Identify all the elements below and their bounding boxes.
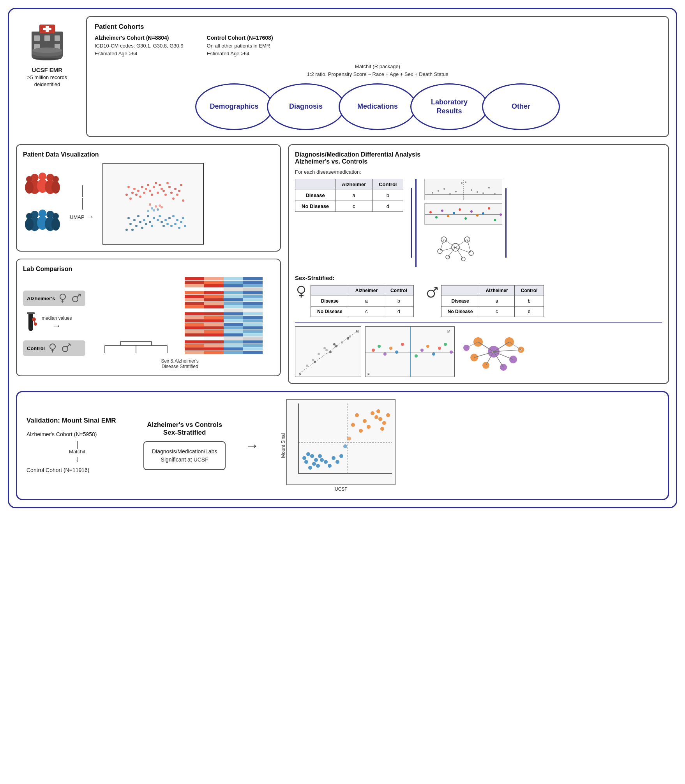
svg-point-24 (51, 181, 60, 194)
svg-point-98 (153, 209, 155, 211)
svg-rect-170 (243, 309, 263, 312)
svg-point-82 (137, 215, 139, 217)
alz-vs-title: Alzheimer's vs ControlsSex-Stratified (143, 421, 226, 437)
svg-point-326 (378, 417, 382, 421)
svg-point-334 (376, 409, 380, 413)
svg-point-230 (482, 192, 484, 194)
svg-point-113 (32, 317, 36, 321)
validation-scatter (286, 399, 395, 485)
svg-rect-2 (44, 35, 50, 41)
svg-point-92 (127, 217, 130, 219)
control-cohort-block: Control Cohort (N=17608) On all other pa… (207, 35, 273, 57)
svg-rect-213 (224, 347, 243, 351)
umap-arrow-section: UMAP → (70, 185, 95, 222)
svg-rect-198 (243, 333, 263, 337)
svg-rect-194 (243, 330, 263, 333)
svg-point-293 (401, 343, 404, 346)
svg-rect-208 (204, 344, 224, 347)
svg-point-44 (143, 192, 145, 194)
svg-rect-204 (204, 340, 224, 344)
table-cell-c: c (335, 201, 373, 212)
table-cell-a: a (335, 190, 373, 201)
x-axis-label: UCSF (286, 486, 395, 492)
svg-point-88 (131, 229, 134, 231)
svg-point-333 (380, 427, 384, 431)
svg-rect-180 (204, 319, 224, 322)
svg-point-43 (159, 184, 161, 186)
svg-rect-177 (224, 316, 243, 319)
svg-point-72 (145, 223, 147, 225)
svg-point-274 (318, 353, 320, 355)
bottom-section: Validation: Mount Sinai EMR Alzheimer's … (16, 391, 669, 500)
svg-point-294 (415, 354, 418, 358)
male-icon-large (425, 285, 438, 299)
svg-point-56 (133, 188, 136, 190)
svg-rect-202 (243, 337, 263, 340)
svg-point-291 (389, 347, 392, 350)
patient-cohorts-title: Patient Cohorts (95, 23, 660, 31)
svg-point-329 (382, 421, 386, 425)
main-container: UCSF EMR >5 million recordsdeidentified … (8, 8, 677, 508)
svg-rect-9 (43, 28, 51, 30)
svg-point-58 (176, 194, 178, 196)
svg-rect-158 (243, 298, 263, 301)
svg-rect-1 (34, 35, 40, 41)
alz-group-box: Alzheimer's (23, 291, 85, 306)
sex-scatter-2: F M (365, 326, 455, 377)
svg-point-80 (139, 221, 141, 223)
alz-cohort-text: Alzheimer's Cohort (N=5958) (26, 430, 128, 439)
svg-point-297 (432, 352, 435, 356)
svg-point-37 (147, 184, 149, 186)
median-label: median values (42, 315, 72, 321)
svg-point-245 (494, 219, 496, 221)
alzheimer-cohort-title: Alzheimer's Cohort (N=8804) (95, 35, 184, 41)
svg-point-277 (335, 345, 337, 347)
svg-line-259 (455, 247, 463, 259)
left-panels: Patient Data Visualization (16, 144, 281, 384)
svg-point-262 (298, 286, 305, 293)
svg-rect-179 (185, 319, 204, 322)
svg-rect-190 (243, 326, 263, 329)
svg-point-332 (386, 413, 390, 417)
female-table-block: Alzheimer Control Disease a b No D (295, 285, 414, 317)
svg-point-228 (471, 189, 472, 191)
svg-point-343 (328, 464, 332, 468)
table-row-disease: Disease a b (295, 190, 403, 201)
svg-rect-156 (204, 298, 224, 301)
svg-point-40 (145, 188, 147, 190)
svg-point-236 (441, 210, 443, 212)
matchit-line2: 1:2 ratio. Propensity Score ~ Race + Age… (95, 70, 660, 78)
male-contingency-table: Alzheimer Control Disease a b No D (441, 285, 544, 317)
svg-rect-141 (224, 284, 243, 287)
svg-point-298 (438, 347, 441, 350)
svg-rect-132 (204, 277, 224, 280)
svg-rect-149 (224, 291, 243, 294)
pdv-title: Patient Data Visualization (23, 151, 274, 158)
svg-point-85 (176, 219, 178, 221)
svg-rect-143 (185, 288, 204, 291)
svg-rect-148 (204, 291, 224, 294)
svg-point-235 (435, 216, 438, 218)
svg-point-14 (32, 48, 62, 53)
heatmap-container: Sex & Alzheimer'sDisease Stratified (93, 277, 266, 369)
validation-left: Validation: Mount Sinai EMR Alzheimer's … (26, 417, 128, 475)
svg-point-229 (477, 191, 478, 193)
left-bracket (411, 188, 412, 258)
svg-point-281 (325, 349, 328, 351)
svg-point-84 (135, 225, 138, 227)
svg-point-87 (178, 227, 180, 229)
svg-point-106 (72, 296, 78, 302)
alzheimer-cohort-line2: Estimated Age >64 (95, 50, 184, 58)
heatmap-label: Sex & Alzheimer'sDisease Stratified (93, 358, 266, 369)
svg-point-288 (372, 349, 375, 352)
svg-point-338 (320, 458, 324, 462)
svg-rect-203 (185, 340, 204, 344)
middle-section: Patient Data Visualization (16, 144, 669, 384)
lab-comparison-panel: Lab Comparison Alzheimer's (16, 259, 281, 376)
svg-point-75 (143, 219, 145, 221)
svg-point-244 (488, 207, 490, 210)
sex-scatter-1: F M (295, 326, 361, 377)
svg-point-237 (447, 215, 449, 217)
svg-rect-169 (224, 309, 243, 312)
svg-point-78 (141, 227, 143, 229)
